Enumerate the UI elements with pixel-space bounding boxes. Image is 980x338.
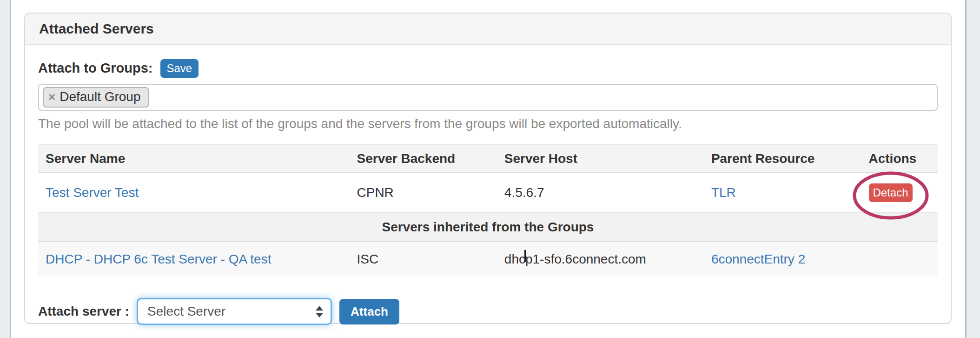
group-chip: × Default Group [43, 87, 149, 108]
inherited-section-label: Servers inherited from the Groups [38, 213, 938, 242]
actions-cell [861, 242, 938, 277]
panel-title: Attached Servers [39, 21, 154, 37]
actions-cell: Detach [861, 173, 938, 213]
server-backend-cell: ISC [350, 242, 497, 277]
left-gutter [0, 0, 11, 338]
groups-help-text: The pool will be attached to the list of… [38, 116, 938, 131]
server-select[interactable]: Select Server [137, 298, 332, 325]
parent-resource-link[interactable]: TLR [711, 185, 736, 200]
page: { "panel": { "title": "Attached Servers"… [0, 0, 980, 338]
group-chip-label: Default Group [60, 89, 140, 104]
panel-header: Attached Servers [25, 14, 951, 45]
groups-multiselect-input[interactable]: × Default Group [38, 84, 938, 111]
inherited-section-row: Servers inherited from the Groups [38, 213, 938, 242]
parent-resource-link[interactable]: 6connectEntry 2 [711, 252, 805, 266]
column-header-server-backend: Server Backend [350, 145, 497, 173]
column-header-server-name: Server Name [38, 145, 350, 173]
attach-to-groups-row: Attach to Groups: Save [38, 57, 938, 79]
right-gutter [965, 0, 980, 338]
column-header-parent-resource: Parent Resource [704, 145, 861, 173]
table-row: DHCP - DHCP 6c Test Server - QA test ISC… [38, 242, 938, 277]
server-host-cell: dhcp1-sfo.6connect.com [497, 242, 704, 277]
remove-group-icon[interactable]: × [48, 91, 55, 103]
column-header-server-host: Server Host [497, 145, 704, 173]
column-header-actions: Actions [861, 145, 938, 173]
ibeam-cursor-artifact [524, 250, 526, 262]
table-header-row: Server Name Server Backend Server Host P… [38, 145, 938, 173]
attach-server-row: Attach server : Select Server Attach [38, 298, 938, 325]
detach-button[interactable]: Detach [869, 183, 913, 202]
save-groups-button[interactable]: Save [160, 59, 199, 78]
table-row: Test Server Test CPNR 4.5.6.7 TLR Detach [38, 173, 938, 213]
select-arrows-icon [316, 306, 323, 318]
parent-resource-cell: 6connectEntry 2 [704, 242, 861, 277]
detach-button-wrapper: Detach [869, 183, 913, 202]
server-name-link[interactable]: DHCP - DHCP 6c Test Server - QA test [46, 252, 271, 266]
attached-servers-table: Server Name Server Backend Server Host P… [38, 144, 938, 277]
server-name-cell: Test Server Test [38, 173, 350, 213]
panel-body: Attach to Groups: Save × Default Group T… [25, 45, 951, 337]
attached-servers-panel: Attached Servers Attach to Groups: Save … [24, 13, 952, 324]
server-name-cell: DHCP - DHCP 6c Test Server - QA test [38, 242, 350, 277]
server-name-link[interactable]: Test Server Test [46, 185, 139, 200]
server-select-value: Select Server [147, 304, 225, 319]
attach-button[interactable]: Attach [339, 299, 399, 324]
server-host-cell: 4.5.6.7 [497, 173, 704, 213]
attach-server-label: Attach server : [38, 304, 129, 319]
server-backend-cell: CPNR [350, 173, 497, 213]
parent-resource-cell: TLR [704, 173, 861, 213]
attach-to-groups-label: Attach to Groups: [38, 61, 153, 76]
